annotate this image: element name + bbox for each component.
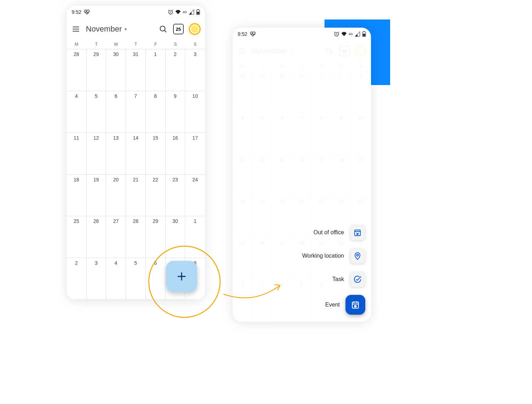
- day-cell: 26: [253, 238, 272, 280]
- svg-rect-29: [355, 305, 356, 307]
- day-cell: 2: [233, 280, 253, 322]
- day-cell[interactable]: 1: [146, 49, 166, 91]
- day-cell[interactable]: 15: [146, 133, 166, 175]
- fab-item-event[interactable]: Event: [325, 295, 365, 315]
- day-cell[interactable]: 4: [106, 258, 126, 300]
- weekday-header: M T W T F S S: [67, 40, 205, 49]
- day-cell[interactable]: 28: [126, 216, 146, 258]
- day-cell: 3: [351, 71, 371, 113]
- month-dropdown[interactable]: November ▼: [86, 24, 127, 34]
- app-bar: November ▼ 25: [67, 18, 205, 40]
- day-cell[interactable]: 3: [87, 258, 106, 300]
- fab-item-task[interactable]: Task: [332, 271, 365, 287]
- day-cell[interactable]: 30: [166, 216, 185, 258]
- today-number: 25: [176, 27, 181, 32]
- day-cell[interactable]: 12: [87, 133, 106, 175]
- day-cell[interactable]: 9: [166, 91, 185, 133]
- day-cell[interactable]: 6: [106, 91, 126, 133]
- weekday-label: T: [292, 64, 312, 69]
- svg-point-7: [160, 26, 165, 31]
- day-cell: 19: [253, 197, 272, 239]
- chevron-down-icon: ▼: [124, 27, 127, 31]
- day-cell: 7: [292, 113, 312, 155]
- network-type: 4G: [349, 32, 353, 36]
- day-cell[interactable]: 14: [126, 133, 146, 175]
- phone-screen-calendar-month: 9:52 4G: [67, 6, 205, 300]
- day-cell: 28: [233, 71, 253, 113]
- day-cell[interactable]: 22: [146, 175, 166, 217]
- status-time: 9:52: [72, 9, 81, 15]
- weekday-label: T: [253, 64, 272, 69]
- day-cell[interactable]: 23: [166, 175, 185, 217]
- app-bar: November ▼ 25: [233, 40, 371, 62]
- network-type: 4G: [183, 10, 187, 14]
- day-cell: 9: [332, 113, 351, 155]
- today-button[interactable]: 25: [173, 24, 184, 34]
- location-pin-icon: [350, 248, 365, 264]
- hamburger-menu-icon[interactable]: [71, 24, 81, 34]
- svg-rect-13: [364, 31, 365, 32]
- day-cell: 18: [233, 197, 253, 239]
- day-cell[interactable]: 27: [106, 216, 126, 258]
- day-cell[interactable]: 29: [146, 216, 166, 258]
- wifi-icon: [341, 31, 347, 37]
- wifi-icon: [175, 9, 181, 15]
- weekday-label: F: [312, 64, 332, 69]
- day-cell: 29: [253, 71, 272, 113]
- svg-rect-3: [197, 12, 199, 14]
- day-cell: 13: [272, 155, 292, 197]
- day-cell[interactable]: 17: [185, 133, 205, 175]
- day-cell[interactable]: 25: [67, 216, 87, 258]
- day-cell[interactable]: 26: [87, 216, 106, 258]
- month-dropdown: November ▼: [252, 46, 293, 56]
- day-cell[interactable]: 10: [185, 91, 205, 133]
- day-cell[interactable]: 2: [166, 49, 185, 91]
- day-cell[interactable]: 5: [87, 91, 106, 133]
- account-avatar[interactable]: [189, 23, 201, 35]
- day-cell: 4: [233, 113, 253, 155]
- day-cell: 10: [351, 113, 371, 155]
- fab-item-label: Task: [332, 276, 344, 282]
- day-cell: 17: [351, 155, 371, 197]
- day-cell[interactable]: 30: [106, 49, 126, 91]
- day-cell[interactable]: 18: [67, 175, 87, 217]
- weekday-label: M: [233, 64, 253, 69]
- task-check-icon: [350, 271, 365, 287]
- day-cell[interactable]: 5: [126, 258, 146, 300]
- weekday-label: W: [272, 64, 292, 69]
- fab-item-working-location[interactable]: Working location: [302, 248, 365, 264]
- day-cell[interactable]: 3: [185, 49, 205, 91]
- day-cell[interactable]: 1: [185, 216, 205, 258]
- day-cell[interactable]: 6: [146, 258, 166, 300]
- day-cell[interactable]: 29: [87, 49, 106, 91]
- heart-rate-icon: [84, 9, 90, 15]
- day-cell[interactable]: 8: [146, 91, 166, 133]
- day-cell[interactable]: 28: [67, 49, 87, 91]
- svg-point-18: [326, 48, 331, 53]
- day-cell[interactable]: 7: [126, 91, 146, 133]
- day-cell: 31: [292, 71, 312, 113]
- day-cell: 4: [272, 280, 292, 322]
- day-cell[interactable]: 11: [67, 133, 87, 175]
- day-cell[interactable]: 31: [126, 49, 146, 91]
- month-label-text: November: [252, 46, 288, 56]
- day-cell: 3: [253, 280, 272, 322]
- battery-icon: [196, 9, 200, 15]
- day-cell: 16: [332, 155, 351, 197]
- day-cell[interactable]: 24: [185, 175, 205, 217]
- fab-item-out-of-office[interactable]: Out of office: [314, 225, 365, 240]
- day-cell[interactable]: 4: [67, 91, 87, 133]
- day-cell[interactable]: 2: [67, 258, 87, 300]
- weekday-label: S: [166, 42, 185, 47]
- day-cell[interactable]: 19: [87, 175, 106, 217]
- day-cell[interactable]: 20: [106, 175, 126, 217]
- day-cell[interactable]: 13: [106, 133, 126, 175]
- create-fab[interactable]: [166, 261, 197, 292]
- day-cell: 30: [272, 71, 292, 113]
- day-cell[interactable]: 21: [126, 175, 146, 217]
- weekday-label: S: [351, 64, 371, 69]
- day-cell: 11: [233, 155, 253, 197]
- svg-line-19: [331, 52, 332, 54]
- day-cell[interactable]: 16: [166, 133, 185, 175]
- search-icon[interactable]: [158, 24, 168, 34]
